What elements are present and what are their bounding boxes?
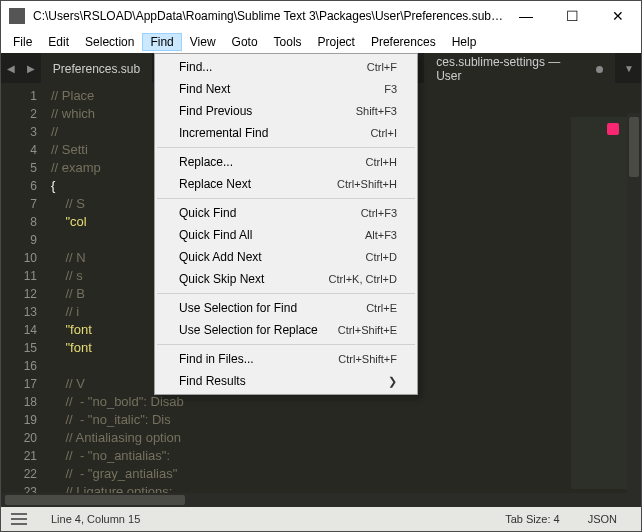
- menu-item-label: Find...: [179, 60, 367, 74]
- menu-item-shortcut: Ctrl+Shift+H: [337, 178, 397, 190]
- line-gutter: 1234567891011121314151617181920212223: [1, 83, 45, 493]
- menu-item-label: Incremental Find: [179, 126, 370, 140]
- find-menu-item[interactable]: Use Selection for FindCtrl+E: [155, 297, 417, 319]
- app-icon: [9, 8, 25, 24]
- find-menu-item[interactable]: Find Results❯: [155, 370, 417, 392]
- menu-item-label: Replace...: [179, 155, 366, 169]
- menu-tools[interactable]: Tools: [266, 33, 310, 51]
- menu-item-label: Use Selection for Replace: [179, 323, 338, 337]
- editor-area: ◀ ▶ Preferences.sub ces.sublime-settings…: [1, 53, 641, 507]
- menu-item-shortcut: Ctrl+D: [366, 251, 397, 263]
- status-position[interactable]: Line 4, Column 15: [37, 513, 154, 525]
- find-menu-item[interactable]: Find NextF3: [155, 78, 417, 100]
- menu-bar: FileEditSelectionFindViewGotoToolsProjec…: [1, 31, 641, 53]
- menu-item-shortcut: Ctrl+K, Ctrl+D: [329, 273, 397, 285]
- menu-item-label: Find Previous: [179, 104, 356, 118]
- menu-file[interactable]: File: [5, 33, 40, 51]
- minimize-button[interactable]: —: [503, 1, 549, 31]
- menu-item-shortcut: Alt+F3: [365, 229, 397, 241]
- status-syntax[interactable]: JSON: [574, 513, 631, 525]
- menu-item-label: Quick Add Next: [179, 250, 366, 264]
- find-menu-item[interactable]: Find PreviousShift+F3: [155, 100, 417, 122]
- menu-find[interactable]: Find: [142, 33, 181, 51]
- status-bar: Line 4, Column 15 Tab Size: 4 JSON: [1, 507, 641, 531]
- status-tab-size[interactable]: Tab Size: 4: [491, 513, 573, 525]
- find-menu-item[interactable]: Quick Add NextCtrl+D: [155, 246, 417, 268]
- find-menu-item[interactable]: Replace...Ctrl+H: [155, 151, 417, 173]
- menu-item-label: Find Next: [179, 82, 384, 96]
- menu-item-label: Find Results: [179, 374, 388, 388]
- horizontal-scrollbar[interactable]: [1, 493, 641, 507]
- find-menu-item[interactable]: Find in Files...Ctrl+Shift+F: [155, 348, 417, 370]
- menu-item-label: Find in Files...: [179, 352, 338, 366]
- tab-overflow-icon[interactable]: ▼: [617, 53, 641, 83]
- panel-switcher-icon[interactable]: [11, 513, 27, 525]
- find-menu-item[interactable]: Find...Ctrl+F: [155, 56, 417, 78]
- find-menu-item[interactable]: Incremental FindCtrl+I: [155, 122, 417, 144]
- menu-item-label: Quick Find All: [179, 228, 365, 242]
- tab-scroll-right-icon[interactable]: ▶: [21, 53, 41, 83]
- menu-item-shortcut: Ctrl+H: [366, 156, 397, 168]
- find-menu-item[interactable]: Replace NextCtrl+Shift+H: [155, 173, 417, 195]
- submenu-arrow-icon: ❯: [388, 375, 397, 388]
- find-menu-item[interactable]: Quick FindCtrl+F3: [155, 202, 417, 224]
- menu-item-shortcut: Ctrl+E: [366, 302, 397, 314]
- menu-item-shortcut: Ctrl+Shift+E: [338, 324, 397, 336]
- menu-item-shortcut: Ctrl+Shift+F: [338, 353, 397, 365]
- menu-item-label: Replace Next: [179, 177, 337, 191]
- find-menu-item[interactable]: Quick Find AllAlt+F3: [155, 224, 417, 246]
- menu-item-shortcut: Shift+F3: [356, 105, 397, 117]
- vertical-scrollbar[interactable]: [627, 113, 641, 493]
- close-button[interactable]: ✕: [595, 1, 641, 31]
- window-title: C:\Users\RSLOAD\AppData\Roaming\Sublime …: [33, 9, 503, 23]
- find-menu: Find...Ctrl+FFind NextF3Find PreviousShi…: [154, 53, 418, 395]
- menu-item-label: Quick Find: [179, 206, 361, 220]
- find-menu-item[interactable]: Quick Skip NextCtrl+K, Ctrl+D: [155, 268, 417, 290]
- menu-project[interactable]: Project: [310, 33, 363, 51]
- tab-preferences-left[interactable]: Preferences.sub: [41, 53, 152, 83]
- tab-label: Preferences.sub: [53, 62, 140, 76]
- maximize-button[interactable]: ☐: [549, 1, 595, 31]
- menu-selection[interactable]: Selection: [77, 33, 142, 51]
- vertical-scroll-thumb[interactable]: [629, 117, 639, 177]
- dirty-indicator-icon: [607, 123, 619, 135]
- title-bar: C:\Users\RSLOAD\AppData\Roaming\Sublime …: [1, 1, 641, 31]
- minimap[interactable]: [571, 117, 627, 489]
- tab-label: ces.sublime-settings — User: [436, 55, 588, 83]
- menu-goto[interactable]: Goto: [224, 33, 266, 51]
- tab-scroll-left-icon[interactable]: ◀: [1, 53, 21, 83]
- menu-item-label: Quick Skip Next: [179, 272, 329, 286]
- tab-preferences-right[interactable]: ces.sublime-settings — User: [424, 53, 615, 83]
- menu-preferences[interactable]: Preferences: [363, 33, 444, 51]
- menu-item-shortcut: F3: [384, 83, 397, 95]
- menu-edit[interactable]: Edit: [40, 33, 77, 51]
- menu-help[interactable]: Help: [444, 33, 485, 51]
- menu-item-shortcut: Ctrl+F: [367, 61, 397, 73]
- find-menu-item[interactable]: Use Selection for ReplaceCtrl+Shift+E: [155, 319, 417, 341]
- menu-item-shortcut: Ctrl+F3: [361, 207, 397, 219]
- horizontal-scroll-thumb[interactable]: [5, 495, 185, 505]
- menu-item-shortcut: Ctrl+I: [370, 127, 397, 139]
- menu-item-label: Use Selection for Find: [179, 301, 366, 315]
- tab-dirty-icon: [596, 66, 603, 73]
- menu-view[interactable]: View: [182, 33, 224, 51]
